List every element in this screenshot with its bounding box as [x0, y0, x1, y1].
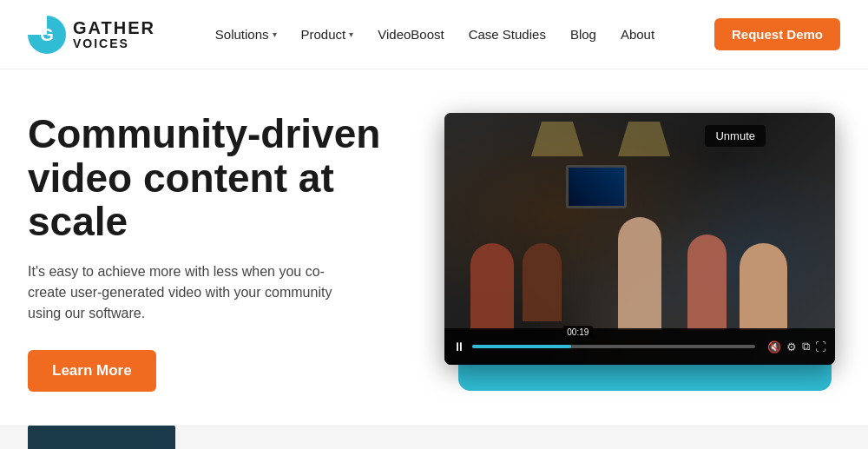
bottom-bar — [0, 426, 868, 449]
video-player[interactable]: Unmute ⏸ 00:19 🔇 ⚙ ⧉ ⛶ — [444, 113, 835, 365]
nav-product[interactable]: Product ▾ — [301, 27, 354, 42]
nav-blog[interactable]: Blog — [570, 27, 596, 42]
volume-off-icon[interactable]: 🔇 — [767, 340, 781, 353]
logo-gather: GATHER — [73, 18, 155, 37]
unmute-badge[interactable]: Unmute — [705, 125, 766, 147]
nav-case-studies[interactable]: Case Studies — [469, 27, 546, 42]
person-silhouette-5 — [740, 243, 787, 330]
bottom-dark-block — [28, 426, 175, 449]
person-silhouette-4 — [687, 234, 727, 330]
monitor-prop — [566, 165, 627, 208]
hero-right: Unmute ⏸ 00:19 🔇 ⚙ ⧉ ⛶ — [418, 104, 840, 399]
person-silhouette-2 — [523, 243, 562, 321]
video-scene — [444, 113, 835, 365]
nav-solutions[interactable]: Solutions ▾ — [215, 27, 277, 42]
person-silhouette-3 — [618, 217, 661, 330]
play-pause-button[interactable]: ⏸ — [453, 340, 465, 353]
nav-videoboost[interactable]: VideoBoost — [378, 27, 444, 42]
nav-about[interactable]: About — [621, 27, 654, 42]
request-demo-button[interactable]: Request Demo — [714, 18, 840, 50]
logo-voices: VOICES — [73, 37, 155, 50]
main-nav: Solutions ▾ Product ▾ VideoBoost Case St… — [215, 27, 654, 42]
video-controls-bar: ⏸ 00:19 🔇 ⚙ ⧉ ⛶ — [444, 328, 835, 365]
hero-section: Community-driven video content at scale … — [0, 69, 868, 426]
video-controls-right: 🔇 ⚙ ⧉ ⛶ — [767, 340, 826, 353]
header: GATHER VOICES Solutions ▾ Product ▾ Vide… — [0, 0, 868, 69]
chevron-down-icon: ▾ — [273, 30, 277, 39]
studio-light-2 — [618, 122, 670, 156]
fullscreen-icon[interactable]: ⛶ — [815, 340, 826, 353]
learn-more-button[interactable]: Learn More — [28, 350, 156, 392]
studio-light-1 — [531, 122, 583, 156]
hero-left: Community-driven video content at scale … — [28, 112, 418, 392]
logo[interactable]: GATHER VOICES — [28, 16, 155, 54]
logo-text: GATHER VOICES — [73, 18, 155, 50]
hero-subtitle: It's easy to achieve more with less when… — [28, 261, 358, 324]
pip-icon[interactable]: ⧉ — [802, 340, 810, 353]
person-silhouette-1 — [470, 243, 514, 330]
video-timestamp: 00:19 — [562, 326, 593, 339]
video-progress-fill — [472, 345, 571, 348]
settings-icon[interactable]: ⚙ — [786, 340, 797, 353]
video-progress-bar[interactable]: 00:19 — [472, 345, 755, 348]
chevron-down-icon: ▾ — [349, 30, 353, 39]
logo-icon — [28, 16, 66, 54]
hero-title: Community-driven video content at scale — [28, 112, 401, 244]
